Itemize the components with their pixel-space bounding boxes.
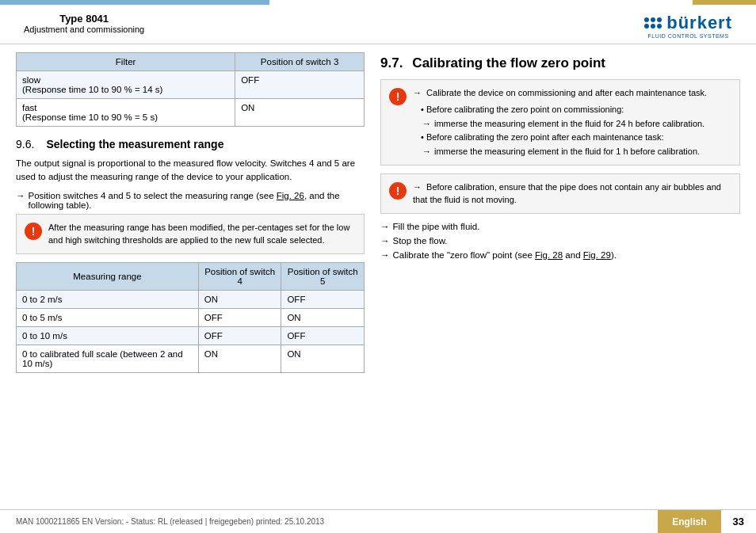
logo-dot	[657, 24, 662, 29]
warn-bullet1: • Before calibrating the zero point on c…	[421, 103, 707, 116]
filter-table: Filter Position of switch 3 slow(Respons…	[16, 52, 365, 127]
arrow-symbol-stop: →	[380, 236, 390, 246]
arrow-fill-pipe: → Fill the pipe with fluid.	[380, 222, 740, 231]
filter-row-col1: slow(Response time 10 to 90 % = 14 s)	[17, 71, 235, 99]
section-96-number: 9.6.	[16, 138, 44, 150]
range-row-cell: 0 to calibrated full scale (between 2 an…	[17, 345, 199, 372]
burkert-logo: bürkert FLUID CONTROL SYSTEMS	[644, 13, 732, 39]
range-row-cell: ON	[281, 308, 365, 326]
arrow-calibrate: → Calibrate the "zero flow" point (see F…	[380, 250, 740, 260]
warning-content-r1: → Calibrate the device on commissioning …	[413, 86, 707, 158]
warning-icon: !	[25, 223, 42, 240]
range-col3-header: Position of switch 5	[281, 262, 365, 290]
right-column: 9.7. Calibrating the flow zero point ! →…	[380, 52, 740, 490]
brand-name: bürkert	[666, 13, 732, 33]
range-row-cell: 0 to 10 m/s	[17, 326, 199, 345]
warn-bullet2: • Before calibrating the zero point afte…	[421, 131, 707, 144]
doc-type: Type 8041	[24, 13, 144, 25]
warning-icon-r2: !	[389, 182, 407, 200]
header-accent-blue	[0, 0, 269, 5]
section-97-number: 9.7.	[380, 55, 403, 71]
doc-subtitle: Adjustment and commissioning	[24, 25, 144, 34]
range-row-cell: ON	[198, 345, 281, 372]
logo-dot	[651, 17, 655, 22]
fig28-link[interactable]: Fig. 28	[535, 250, 563, 260]
footer-doc-info: MAN 1000211865 EN Version: - Status: RL …	[0, 517, 658, 526]
arrow-position-switches: → Position switches 4 and 5 to select th…	[16, 191, 365, 210]
warning-content-r2: → Before calibration, ensure that the pi…	[413, 181, 731, 207]
range-row-cell: OFF	[281, 326, 365, 345]
measuring-range-table: Measuring range Position of switch 4 Pos…	[16, 262, 365, 373]
warning-box-right-1: ! → Calibrate the device on commissionin…	[380, 79, 740, 166]
range-row-cell: ON	[281, 345, 365, 372]
range-col2-header: Position of switch 4	[198, 262, 281, 290]
arrow-text: Position switches 4 and 5 to select the …	[29, 191, 365, 210]
logo-image: bürkert	[644, 13, 732, 33]
filter-row-col1: fast(Response time 10 to 90 % = 5 s)	[17, 99, 235, 127]
warning-content: After the measuring range has been modif…	[48, 221, 356, 247]
range-row-cell: OFF	[198, 326, 281, 345]
left-column: Filter Position of switch 3 slow(Respons…	[16, 52, 365, 490]
warn-subarrow1: →immerse the measuring element in the fl…	[422, 117, 707, 131]
logo-dots	[644, 17, 662, 29]
logo-dot	[657, 17, 662, 22]
warn-subarrow2: →immerse the measuring element in the fl…	[422, 145, 707, 158]
arrow-symbol: →	[16, 191, 25, 210]
section-96-body: The output signal is proportional to the…	[16, 157, 365, 185]
range-row-cell: 0 to 5 m/s	[17, 308, 199, 326]
warning-box-right-2: ! → Before calibration, ensure that the …	[380, 173, 740, 214]
main-content: Filter Position of switch 3 slow(Respons…	[0, 44, 756, 490]
arrow-calibrate-text: Calibrate the "zero flow" point (see Fig…	[393, 250, 617, 260]
warning-icon-r1: !	[389, 88, 407, 105]
range-row-cell: ON	[198, 290, 281, 308]
section-97-heading: 9.7. Calibrating the flow zero point	[380, 55, 740, 71]
header-left: Type 8041 Adjustment and commissioning	[24, 13, 144, 34]
filter-row-col2: OFF	[235, 71, 365, 99]
filter-col2-header: Position of switch 3	[235, 53, 365, 71]
section-96-heading: 9.6. Selecting the measurement range	[16, 138, 365, 150]
footer-page-number: 33	[721, 516, 756, 527]
range-col1-header: Measuring range	[17, 262, 199, 290]
range-row-cell: 0 to 2 m/s	[17, 290, 199, 308]
filter-row-col2: ON	[235, 99, 365, 127]
arrow-symbol-cal: →	[380, 250, 390, 260]
page-footer: MAN 1000211865 EN Version: - Status: RL …	[0, 509, 756, 533]
filter-col1-header: Filter	[17, 53, 235, 71]
logo-dot	[644, 17, 649, 22]
section-97-title: Calibrating the flow zero point	[412, 55, 605, 71]
warn-line1: → Calibrate the device on commissioning …	[413, 86, 707, 100]
range-row-cell: OFF	[281, 290, 365, 308]
fig26-link[interactable]: Fig. 26	[277, 191, 304, 200]
header-accent-gold	[693, 0, 756, 5]
logo-dot	[644, 24, 649, 29]
footer-language: English	[658, 510, 720, 534]
arrow-symbol-fill: →	[380, 222, 390, 231]
page-header: Type 8041 Adjustment and commissioning b…	[0, 5, 756, 44]
fig29-link[interactable]: Fig. 29	[583, 250, 611, 260]
brand-tagline: FLUID CONTROL SYSTEMS	[648, 33, 729, 39]
section-96-title: Selecting the measurement range	[46, 138, 223, 150]
logo-dot	[651, 24, 655, 29]
arrow-fill-text: Fill the pipe with fluid.	[393, 222, 480, 231]
arrow-stop-text: Stop the flow.	[393, 236, 448, 246]
arrow-stop-flow: → Stop the flow.	[380, 236, 740, 246]
warning-box-left: ! After the measuring range has been mod…	[16, 214, 365, 254]
range-row-cell: OFF	[198, 308, 281, 326]
